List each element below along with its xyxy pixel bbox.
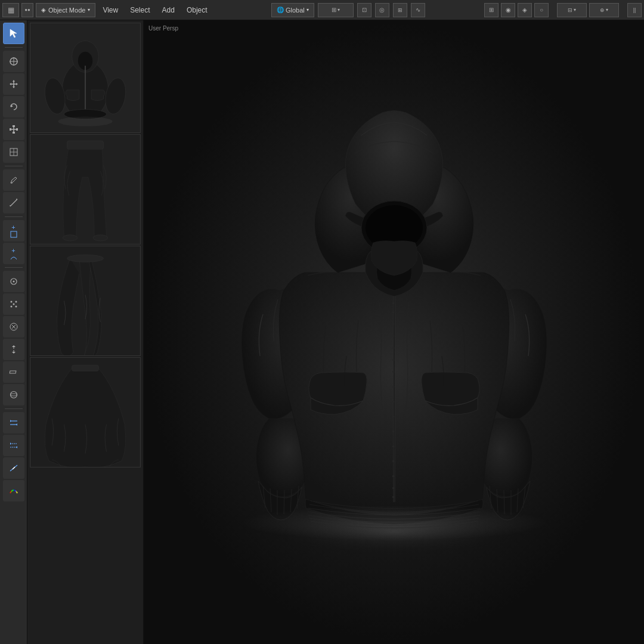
viewport-shading-material[interactable]: ◈ — [518, 3, 532, 17]
tool-scale[interactable] — [3, 119, 24, 140]
tool-annotate[interactable] — [3, 169, 24, 191]
svg-rect-69 — [72, 365, 99, 371]
viewport-shading-solid[interactable]: ◉ — [501, 3, 515, 17]
tool-measure[interactable] — [3, 192, 24, 213]
hoodie-main-model — [227, 88, 561, 553]
thumbnail-pants[interactable] — [30, 134, 141, 244]
curve-icon[interactable]: ∿ — [411, 3, 425, 17]
svg-rect-25 — [11, 231, 17, 237]
tool-rotate[interactable] — [3, 96, 24, 117]
svg-rect-14 — [13, 125, 15, 127]
svg-rect-99 — [392, 401, 394, 402]
svg-point-30 — [13, 304, 14, 305]
svg-point-61 — [58, 117, 113, 126]
svg-point-29 — [15, 301, 17, 303]
svg-point-28 — [10, 301, 12, 303]
tool-push-pull[interactable] — [3, 339, 24, 360]
svg-rect-17 — [16, 128, 18, 131]
workspace-icon[interactable]: ●● — [21, 3, 33, 17]
svg-marker-10 — [16, 83, 18, 85]
svg-marker-39 — [12, 352, 16, 354]
tool-cursor[interactable] — [3, 51, 24, 72]
mode-icon: ◈ — [41, 7, 46, 13]
tool-move[interactable] — [3, 73, 24, 95]
menu-select[interactable]: Select — [125, 4, 154, 17]
tool-transform[interactable] — [3, 141, 24, 163]
proportional-icon[interactable]: ◎ — [375, 3, 389, 17]
svg-rect-105 — [392, 487, 394, 489]
svg-marker-7 — [13, 80, 15, 82]
thumbnail-skirt[interactable] — [30, 357, 141, 467]
menu-object[interactable]: Object — [182, 4, 212, 17]
viewport-shading-wire[interactable]: ⊞ — [484, 3, 499, 17]
toolbar-divider-3 — [5, 216, 23, 217]
editor-layout-btn[interactable]: || — [627, 3, 642, 17]
svg-line-22 — [10, 199, 17, 206]
menu-view[interactable]: View — [98, 4, 123, 17]
tool-shear[interactable] — [3, 361, 24, 383]
editor-type-icon[interactable]: ▦ — [2, 3, 19, 17]
svg-point-65 — [93, 235, 107, 241]
gizmo-icon: ⊕ — [600, 7, 605, 13]
svg-rect-104 — [392, 475, 394, 477]
svg-marker-11 — [11, 105, 13, 107]
thumbnail-scarf[interactable] — [30, 246, 141, 356]
tool-randomize[interactable] — [3, 293, 24, 315]
tool-smooth[interactable] — [3, 271, 24, 292]
object-mode-dropdown[interactable]: ◈ Object Mode ▾ — [36, 3, 95, 17]
svg-rect-63 — [67, 141, 104, 149]
viewport-shading-render[interactable]: ○ — [534, 3, 549, 17]
snap-dropdown[interactable]: ⊞ ▾ — [318, 3, 354, 17]
svg-marker-46 — [16, 423, 17, 426]
svg-rect-92 — [392, 311, 394, 313]
tool-rip-fill[interactable] — [3, 435, 24, 456]
svg-rect-91 — [392, 302, 394, 304]
tool-shrink[interactable] — [3, 316, 24, 338]
svg-rect-40 — [10, 371, 16, 373]
menu-left: ▦ ●● ◈ Object Mode ▾ View Select Add Obj… — [2, 3, 212, 17]
svg-point-64 — [63, 235, 77, 241]
svg-rect-15 — [13, 132, 15, 134]
toolbar-divider-5 — [5, 408, 23, 409]
svg-rect-103 — [392, 460, 394, 462]
svg-point-41 — [10, 392, 17, 398]
svg-marker-44 — [10, 420, 11, 422]
svg-line-52 — [13, 467, 15, 469]
global-icon: 🌐 — [277, 7, 284, 13]
menu-add[interactable]: Add — [157, 4, 179, 17]
tool-gradient[interactable] — [3, 480, 24, 501]
toolbar-divider-2 — [5, 166, 23, 166]
main-layout: + + — [0, 20, 644, 644]
snap-icon: ⊞ — [332, 7, 336, 13]
svg-point-31 — [10, 306, 12, 308]
svg-rect-102 — [392, 445, 394, 447]
overlay-icon: ⊟ — [568, 7, 572, 13]
ground-shadow — [239, 505, 549, 541]
svg-rect-97 — [392, 371, 394, 373]
svg-rect-95 — [392, 347, 394, 349]
viewport-content — [144, 20, 644, 644]
main-viewport[interactable]: User Persp — [144, 20, 644, 644]
svg-point-32 — [15, 306, 17, 308]
tool-add-mesh[interactable]: + — [3, 220, 24, 242]
svg-point-67 — [67, 255, 104, 262]
dropdown-arrow: ▾ — [88, 7, 90, 13]
thumbnail-hoodie[interactable] — [30, 23, 141, 133]
tool-to-sphere[interactable] — [3, 384, 24, 405]
overlays-btn[interactable]: ⊟ ▾ — [557, 3, 587, 17]
transform-dropdown[interactable]: 🌐 Global ▾ — [271, 3, 314, 17]
thumbnail-panel — [27, 20, 144, 644]
svg-marker-8 — [13, 86, 15, 88]
tool-rip[interactable] — [3, 412, 24, 434]
svg-rect-98 — [392, 386, 394, 388]
tool-slide[interactable] — [3, 457, 24, 479]
global-label: Global — [286, 7, 305, 14]
header-center: 🌐 Global ▾ ⊞ ▾ ⊡ ◎ ⊞ ∿ — [213, 3, 483, 17]
proportional-connected-icon[interactable]: ⊞ — [393, 3, 407, 17]
tool-add-curve[interactable]: + — [3, 243, 24, 264]
tool-select[interactable] — [3, 23, 24, 44]
svg-rect-93 — [392, 323, 394, 325]
header-right: ⊞ ◉ ◈ ○ ⊟ ▾ ⊕ ▾ || — [484, 3, 642, 17]
gizmos-btn[interactable]: ⊕ ▾ — [589, 3, 619, 17]
magnet-icon[interactable]: ⊡ — [357, 3, 371, 17]
